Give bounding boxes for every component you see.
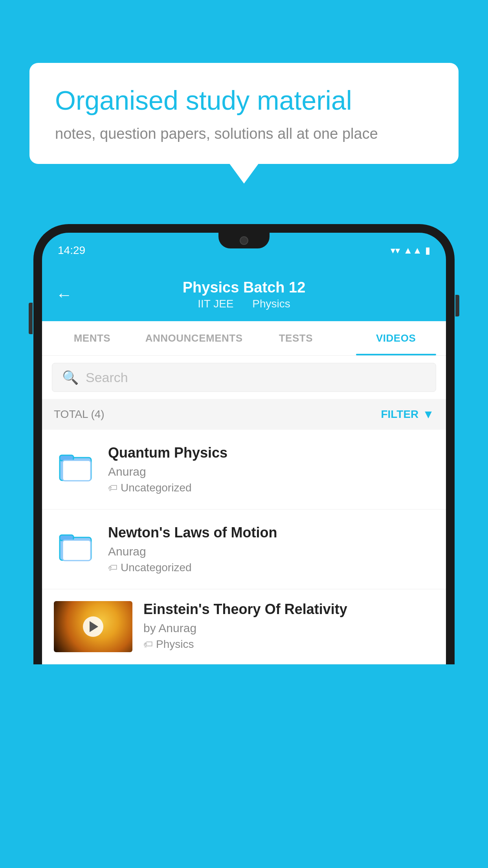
- signal-icon: ▲▲: [403, 245, 422, 256]
- tag-icon-2: 🏷: [108, 562, 117, 573]
- wifi-icon: ▾▾: [391, 245, 400, 256]
- video-title-1: Quantum Physics: [108, 445, 434, 461]
- search-container: 🔍 Search: [42, 356, 446, 399]
- header-subtitle: IIT JEE Physics: [183, 298, 306, 310]
- phone-volume-buttons: [29, 303, 33, 334]
- video-thumbnail-1: [54, 445, 97, 488]
- filter-funnel-icon: ▼: [422, 408, 434, 421]
- video-tag-label-2: Uncategorized: [121, 561, 192, 574]
- video-info-2: Newton's Laws of Motion Anurag 🏷 Uncateg…: [108, 524, 434, 574]
- video-thumbnail-3: [54, 601, 132, 652]
- video-tag-1: 🏷 Uncategorized: [108, 482, 434, 494]
- folder-icon: [58, 449, 93, 484]
- phone-power-button: [455, 295, 459, 316]
- speech-bubble: Organised study material notes, question…: [29, 63, 459, 164]
- camera-dot: [240, 236, 248, 245]
- video-title-2: Newton's Laws of Motion: [108, 524, 434, 541]
- status-bar: 14:29 ▾▾ ▲▲ ▮: [42, 233, 446, 268]
- video-thumbnail-2: [54, 524, 97, 568]
- speech-bubble-container: Organised study material notes, question…: [29, 63, 459, 164]
- play-button-overlay[interactable]: [83, 616, 103, 637]
- video-item-3[interactable]: Einstein's Theory Of Relativity by Anura…: [42, 589, 446, 664]
- video-info-3: Einstein's Theory Of Relativity by Anura…: [143, 601, 434, 651]
- play-triangle-icon: [90, 621, 98, 632]
- search-icon: 🔍: [62, 370, 79, 385]
- filter-button[interactable]: FILTER ▼: [381, 408, 434, 421]
- header-title-block: Physics Batch 12 IIT JEE Physics: [183, 279, 306, 310]
- svg-rect-2: [62, 460, 91, 481]
- video-tag-label-3: Physics: [156, 638, 194, 651]
- search-input[interactable]: Search: [86, 370, 128, 385]
- search-bar[interactable]: 🔍 Search: [52, 363, 436, 392]
- video-author-1: Anurag: [108, 465, 434, 478]
- tag-icon-1: 🏷: [108, 482, 117, 493]
- header-subtitle-right: Physics: [252, 298, 290, 310]
- filter-bar: TOTAL (4) FILTER ▼: [42, 399, 446, 430]
- video-item-2[interactable]: Newton's Laws of Motion Anurag 🏷 Uncateg…: [42, 509, 446, 589]
- battery-icon: ▮: [425, 245, 430, 256]
- phone-outer: 14:29 ▾▾ ▲▲ ▮ ← Physics Batch 12 IIT JEE…: [33, 224, 455, 664]
- app-header: ← Physics Batch 12 IIT JEE Physics: [42, 268, 446, 321]
- status-time: 14:29: [58, 244, 85, 257]
- tab-ments[interactable]: MENTS: [42, 321, 142, 355]
- tabs-bar: MENTS ANNOUNCEMENTS TESTS VIDEOS: [42, 321, 446, 356]
- header-title: Physics Batch 12: [183, 279, 306, 296]
- phone-notch: [218, 233, 270, 248]
- video-tag-2: 🏷 Uncategorized: [108, 561, 434, 574]
- status-icons: ▾▾ ▲▲ ▮: [391, 245, 430, 256]
- tab-tests[interactable]: TESTS: [246, 321, 346, 355]
- content-area: Quantum Physics Anurag 🏷 Uncategorized: [42, 430, 446, 664]
- header-subtitle-left: IIT JEE: [198, 298, 233, 310]
- total-count: TOTAL (4): [54, 408, 105, 421]
- video-title-3: Einstein's Theory Of Relativity: [143, 601, 434, 618]
- video-item-1[interactable]: Quantum Physics Anurag 🏷 Uncategorized: [42, 430, 446, 509]
- bubble-subtitle: notes, question papers, solutions all at…: [55, 125, 433, 142]
- video-tag-label-1: Uncategorized: [121, 482, 192, 494]
- video-author-2: Anurag: [108, 545, 434, 558]
- filter-label: FILTER: [381, 408, 418, 421]
- bubble-title: Organised study material: [55, 85, 433, 117]
- tab-videos[interactable]: VIDEOS: [346, 321, 446, 355]
- video-tag-3: 🏷 Physics: [143, 638, 434, 651]
- phone-frame: 14:29 ▾▾ ▲▲ ▮ ← Physics Batch 12 IIT JEE…: [33, 224, 455, 868]
- back-button[interactable]: ←: [56, 285, 72, 304]
- tab-announcements[interactable]: ANNOUNCEMENTS: [142, 321, 246, 355]
- video-author-3: by Anurag: [143, 622, 434, 635]
- folder-icon-2: [58, 528, 93, 564]
- svg-rect-5: [62, 540, 91, 561]
- tag-icon-3: 🏷: [143, 639, 153, 650]
- video-info-1: Quantum Physics Anurag 🏷 Uncategorized: [108, 445, 434, 494]
